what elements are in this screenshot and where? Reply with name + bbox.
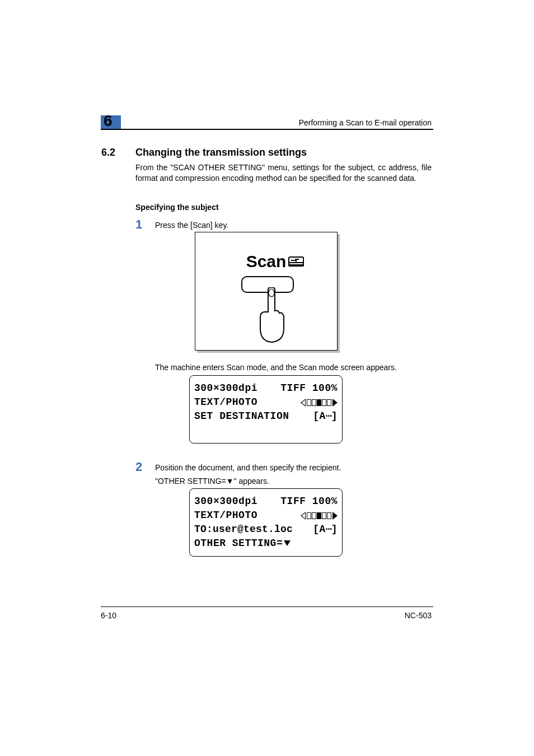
section-title: Changing the transmission settings bbox=[135, 147, 307, 158]
scan-key-label: Scan bbox=[195, 252, 337, 271]
footer-rule bbox=[101, 606, 433, 607]
lcd2-other-setting: OTHER SETTING= bbox=[194, 536, 291, 550]
subheading: Specifying the subject bbox=[135, 203, 219, 212]
step-2-line2: "OTHER SETTING=▼" appears. bbox=[155, 476, 432, 487]
lcd1-input-mode: [A…] bbox=[313, 409, 338, 423]
lcd2-row4: OTHER SETTING= bbox=[194, 536, 338, 550]
lcd-screen-2: 300×300dpi TIFF 100% TEXT/PHOTO TO:user@… bbox=[189, 488, 343, 557]
lcd-screen-1: 300×300dpi TIFF 100% TEXT/PHOTO SET DEST… bbox=[189, 375, 343, 444]
lcd1-destination: SET DESTINATION bbox=[194, 409, 289, 423]
lcd1-row4 bbox=[194, 423, 338, 437]
lcd1-dpi: 300×300dpi bbox=[194, 381, 257, 395]
lcd2-row3: TO:user@test.loc [A…] bbox=[194, 522, 338, 536]
manual-code: NC-503 bbox=[405, 611, 432, 620]
running-header: Performing a Scan to E-mail operation bbox=[299, 118, 432, 127]
step-2-number: 2 bbox=[135, 460, 142, 474]
intro-paragraph: From the "SCAN OTHER SETTING" menu, sett… bbox=[135, 162, 432, 184]
lcd2-dpi: 300×300dpi bbox=[194, 494, 257, 508]
chapter-number: 6 bbox=[104, 112, 113, 130]
lcd2-to-address: TO:user@test.loc bbox=[194, 522, 293, 536]
down-arrow-icon bbox=[284, 540, 291, 546]
scan-label-text: Scan bbox=[246, 252, 287, 270]
page-number: 6-10 bbox=[101, 611, 116, 620]
lcd1-row2: TEXT/PHOTO bbox=[194, 395, 338, 409]
scanner-icon bbox=[288, 256, 305, 268]
lcd2-row1: 300×300dpi TIFF 100% bbox=[194, 494, 338, 508]
scan-key-figure: Scan bbox=[195, 232, 338, 351]
finger-press-icon bbox=[258, 287, 285, 343]
lcd2-row2: TEXT/PHOTO bbox=[194, 508, 338, 522]
lcd2-input-mode: [A…] bbox=[313, 522, 338, 536]
step-1-number: 1 bbox=[135, 217, 142, 232]
step-2-line1: Position the document, and then specify … bbox=[155, 463, 432, 473]
step-1-result: The machine enters Scan mode, and the Sc… bbox=[155, 362, 432, 373]
lcd1-row1: 300×300dpi TIFF 100% bbox=[194, 381, 338, 395]
lcd1-format: TIFF 100% bbox=[280, 381, 338, 395]
lcd1-mode: TEXT/PHOTO bbox=[194, 395, 257, 409]
header-rule bbox=[101, 129, 433, 130]
density-indicator-icon bbox=[301, 399, 338, 407]
lcd2-format: TIFF 100% bbox=[280, 494, 338, 508]
lcd2-mode: TEXT/PHOTO bbox=[194, 508, 257, 522]
step-1-text: Press the [Scan] key. bbox=[155, 220, 432, 231]
density-indicator-icon bbox=[301, 512, 338, 520]
section-number: 6.2 bbox=[101, 147, 115, 158]
lcd1-row3: SET DESTINATION [A…] bbox=[194, 409, 338, 423]
